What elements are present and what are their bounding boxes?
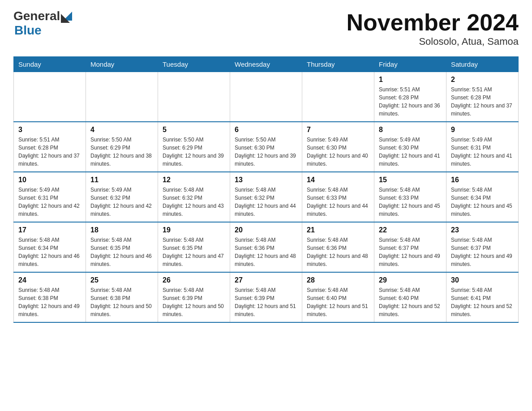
calendar-cell-w1-d6: 2Sunrise: 5:51 AMSunset: 6:28 PMDaylight… bbox=[446, 72, 519, 122]
day-number: 5 bbox=[163, 126, 225, 134]
day-number: 25 bbox=[90, 276, 153, 284]
calendar-cell-w5-d6: 30Sunrise: 5:48 AMSunset: 6:41 PMDayligh… bbox=[446, 272, 519, 322]
calendar-cell-w3-d0: 10Sunrise: 5:49 AMSunset: 6:31 PMDayligh… bbox=[14, 172, 86, 222]
day-info: Sunrise: 5:48 AMSunset: 6:32 PMDaylight:… bbox=[163, 186, 225, 218]
day-info: Sunrise: 5:48 AMSunset: 6:37 PMDaylight:… bbox=[379, 236, 442, 268]
week-row-2: 3Sunrise: 5:51 AMSunset: 6:28 PMDaylight… bbox=[14, 122, 519, 172]
day-info: Sunrise: 5:48 AMSunset: 6:39 PMDaylight:… bbox=[235, 286, 297, 318]
day-number: 4 bbox=[90, 126, 153, 134]
day-number: 29 bbox=[379, 276, 442, 284]
calendar-cell-w4-d2: 19Sunrise: 5:48 AMSunset: 6:35 PMDayligh… bbox=[158, 222, 230, 272]
header-monday: Monday bbox=[86, 57, 158, 72]
day-info: Sunrise: 5:50 AMSunset: 6:29 PMDaylight:… bbox=[163, 136, 225, 168]
calendar-cell-w4-d3: 20Sunrise: 5:48 AMSunset: 6:36 PMDayligh… bbox=[230, 222, 302, 272]
calendar-cell-w3-d1: 11Sunrise: 5:49 AMSunset: 6:32 PMDayligh… bbox=[86, 172, 158, 222]
day-info: Sunrise: 5:48 AMSunset: 6:38 PMDaylight:… bbox=[90, 286, 153, 318]
day-number: 14 bbox=[307, 176, 369, 184]
logo-general-text: General bbox=[13, 9, 60, 23]
day-info: Sunrise: 5:48 AMSunset: 6:33 PMDaylight:… bbox=[379, 186, 442, 218]
day-number: 23 bbox=[451, 226, 514, 234]
day-number: 20 bbox=[235, 226, 297, 234]
day-number: 8 bbox=[379, 126, 442, 134]
calendar-cell-w5-d0: 24Sunrise: 5:48 AMSunset: 6:38 PMDayligh… bbox=[14, 272, 86, 322]
calendar-cell-w2-d5: 8Sunrise: 5:49 AMSunset: 6:30 PMDaylight… bbox=[374, 122, 446, 172]
calendar-cell-w3-d5: 15Sunrise: 5:48 AMSunset: 6:33 PMDayligh… bbox=[374, 172, 446, 222]
title-block: November 2024 Solosolo, Atua, Samoa bbox=[347, 9, 519, 47]
day-number: 28 bbox=[307, 276, 369, 284]
day-info: Sunrise: 5:48 AMSunset: 6:36 PMDaylight:… bbox=[307, 236, 369, 268]
calendar-cell-w5-d4: 28Sunrise: 5:48 AMSunset: 6:40 PMDayligh… bbox=[302, 272, 374, 322]
day-number: 21 bbox=[307, 226, 369, 234]
header-thursday: Thursday bbox=[302, 57, 374, 72]
day-number: 18 bbox=[90, 226, 153, 234]
calendar-cell-w2-d2: 5Sunrise: 5:50 AMSunset: 6:29 PMDaylight… bbox=[158, 122, 230, 172]
day-info: Sunrise: 5:48 AMSunset: 6:38 PMDaylight:… bbox=[18, 286, 81, 318]
header-saturday: Saturday bbox=[446, 57, 519, 72]
day-info: Sunrise: 5:49 AMSunset: 6:30 PMDaylight:… bbox=[307, 136, 369, 168]
day-number: 1 bbox=[379, 76, 442, 84]
calendar-table: Sunday Monday Tuesday Wednesday Thursday… bbox=[13, 56, 519, 323]
day-number: 7 bbox=[307, 126, 369, 134]
calendar-cell-w3-d6: 16Sunrise: 5:48 AMSunset: 6:34 PMDayligh… bbox=[446, 172, 519, 222]
header-friday: Friday bbox=[374, 57, 446, 72]
calendar-cell-w2-d0: 3Sunrise: 5:51 AMSunset: 6:28 PMDaylight… bbox=[14, 122, 86, 172]
calendar-cell-w2-d4: 7Sunrise: 5:49 AMSunset: 6:30 PMDaylight… bbox=[302, 122, 374, 172]
header-tuesday: Tuesday bbox=[158, 57, 230, 72]
day-info: Sunrise: 5:48 AMSunset: 6:37 PMDaylight:… bbox=[451, 236, 514, 268]
day-info: Sunrise: 5:49 AMSunset: 6:31 PMDaylight:… bbox=[18, 186, 81, 218]
day-number: 30 bbox=[451, 276, 514, 284]
day-number: 15 bbox=[379, 176, 442, 184]
day-info: Sunrise: 5:49 AMSunset: 6:30 PMDaylight:… bbox=[379, 136, 442, 168]
calendar-header-row: Sunday Monday Tuesday Wednesday Thursday… bbox=[14, 57, 519, 72]
day-number: 16 bbox=[451, 176, 514, 184]
calendar-cell-w4-d6: 23Sunrise: 5:48 AMSunset: 6:37 PMDayligh… bbox=[446, 222, 519, 272]
week-row-3: 10Sunrise: 5:49 AMSunset: 6:31 PMDayligh… bbox=[14, 172, 519, 222]
day-number: 12 bbox=[163, 176, 225, 184]
calendar-subtitle: Solosolo, Atua, Samoa bbox=[347, 36, 519, 47]
calendar-cell-w1-d1 bbox=[86, 72, 158, 122]
calendar-cell-w3-d4: 14Sunrise: 5:48 AMSunset: 6:33 PMDayligh… bbox=[302, 172, 374, 222]
calendar-cell-w4-d0: 17Sunrise: 5:48 AMSunset: 6:34 PMDayligh… bbox=[14, 222, 86, 272]
day-info: Sunrise: 5:48 AMSunset: 6:36 PMDaylight:… bbox=[235, 236, 297, 268]
calendar-cell-w5-d3: 27Sunrise: 5:48 AMSunset: 6:39 PMDayligh… bbox=[230, 272, 302, 322]
day-number: 10 bbox=[18, 176, 81, 184]
calendar-cell-w5-d1: 25Sunrise: 5:48 AMSunset: 6:38 PMDayligh… bbox=[86, 272, 158, 322]
day-info: Sunrise: 5:48 AMSunset: 6:35 PMDaylight:… bbox=[90, 236, 153, 268]
day-info: Sunrise: 5:48 AMSunset: 6:32 PMDaylight:… bbox=[235, 186, 297, 218]
day-number: 22 bbox=[379, 226, 442, 234]
calendar-cell-w5-d2: 26Sunrise: 5:48 AMSunset: 6:39 PMDayligh… bbox=[158, 272, 230, 322]
day-info: Sunrise: 5:48 AMSunset: 6:35 PMDaylight:… bbox=[163, 236, 225, 268]
day-info: Sunrise: 5:48 AMSunset: 6:40 PMDaylight:… bbox=[307, 286, 369, 318]
calendar-cell-w3-d3: 13Sunrise: 5:48 AMSunset: 6:32 PMDayligh… bbox=[230, 172, 302, 222]
day-info: Sunrise: 5:49 AMSunset: 6:32 PMDaylight:… bbox=[90, 186, 153, 218]
calendar-cell-w2-d6: 9Sunrise: 5:49 AMSunset: 6:31 PMDaylight… bbox=[446, 122, 519, 172]
day-number: 24 bbox=[18, 276, 81, 284]
calendar-cell-w1-d5: 1Sunrise: 5:51 AMSunset: 6:28 PMDaylight… bbox=[374, 72, 446, 122]
header-wednesday: Wednesday bbox=[230, 57, 302, 72]
day-info: Sunrise: 5:49 AMSunset: 6:31 PMDaylight:… bbox=[451, 136, 514, 168]
day-number: 6 bbox=[235, 126, 297, 134]
day-info: Sunrise: 5:48 AMSunset: 6:34 PMDaylight:… bbox=[18, 236, 81, 268]
calendar-cell-w2-d3: 6Sunrise: 5:50 AMSunset: 6:30 PMDaylight… bbox=[230, 122, 302, 172]
day-info: Sunrise: 5:48 AMSunset: 6:40 PMDaylight:… bbox=[379, 286, 442, 318]
day-info: Sunrise: 5:48 AMSunset: 6:39 PMDaylight:… bbox=[163, 286, 225, 318]
calendar-cell-w1-d2 bbox=[158, 72, 230, 122]
calendar-cell-w3-d2: 12Sunrise: 5:48 AMSunset: 6:32 PMDayligh… bbox=[158, 172, 230, 222]
week-row-5: 24Sunrise: 5:48 AMSunset: 6:38 PMDayligh… bbox=[14, 272, 519, 322]
day-number: 11 bbox=[90, 176, 153, 184]
logo: General Blue bbox=[13, 9, 74, 38]
day-info: Sunrise: 5:50 AMSunset: 6:30 PMDaylight:… bbox=[235, 136, 297, 168]
day-number: 13 bbox=[235, 176, 297, 184]
calendar-cell-w1-d4 bbox=[302, 72, 374, 122]
logo-icon bbox=[61, 9, 74, 23]
day-info: Sunrise: 5:51 AMSunset: 6:28 PMDaylight:… bbox=[451, 86, 514, 118]
calendar-cell-w5-d5: 29Sunrise: 5:48 AMSunset: 6:40 PMDayligh… bbox=[374, 272, 446, 322]
week-row-1: 1Sunrise: 5:51 AMSunset: 6:28 PMDaylight… bbox=[14, 72, 519, 122]
header-sunday: Sunday bbox=[14, 57, 86, 72]
day-number: 2 bbox=[451, 76, 514, 84]
calendar-cell-w4-d5: 22Sunrise: 5:48 AMSunset: 6:37 PMDayligh… bbox=[374, 222, 446, 272]
calendar-cell-w4-d4: 21Sunrise: 5:48 AMSunset: 6:36 PMDayligh… bbox=[302, 222, 374, 272]
day-info: Sunrise: 5:48 AMSunset: 6:34 PMDaylight:… bbox=[451, 186, 514, 218]
day-number: 26 bbox=[163, 276, 225, 284]
day-number: 9 bbox=[451, 126, 514, 134]
